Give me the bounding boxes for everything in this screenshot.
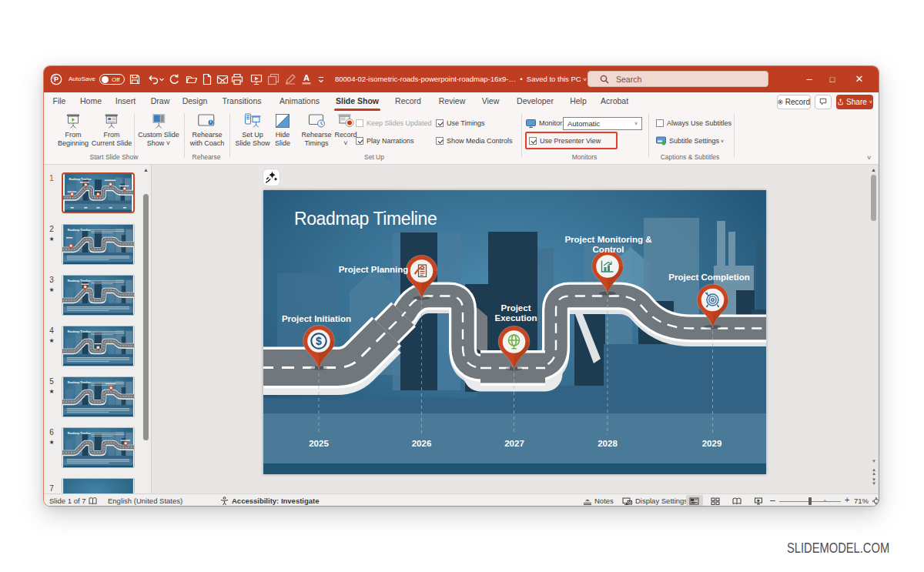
svg-text:Project Planning: Project Planning xyxy=(339,265,409,274)
svg-text:2028: 2028 xyxy=(598,439,618,448)
svg-text:Execution: Execution xyxy=(495,313,537,323)
svg-text:Control: Control xyxy=(593,245,624,254)
svg-text:Project: Project xyxy=(501,303,531,313)
svg-text:2027: 2027 xyxy=(504,439,524,448)
svg-text:Project Monitoring &: Project Monitoring & xyxy=(564,235,651,244)
svg-text:A: A xyxy=(303,73,310,82)
svg-text:$: $ xyxy=(316,335,322,347)
svg-text:Project Initiation: Project Initiation xyxy=(282,314,351,323)
svg-text:Roadmap Timeline: Roadmap Timeline xyxy=(294,209,437,229)
svg-text:Project Completion: Project Completion xyxy=(668,273,749,282)
svg-text:2029: 2029 xyxy=(702,439,722,448)
svg-text:P: P xyxy=(54,75,59,83)
svg-text:2025: 2025 xyxy=(309,439,329,448)
svg-text:2026: 2026 xyxy=(412,439,432,448)
